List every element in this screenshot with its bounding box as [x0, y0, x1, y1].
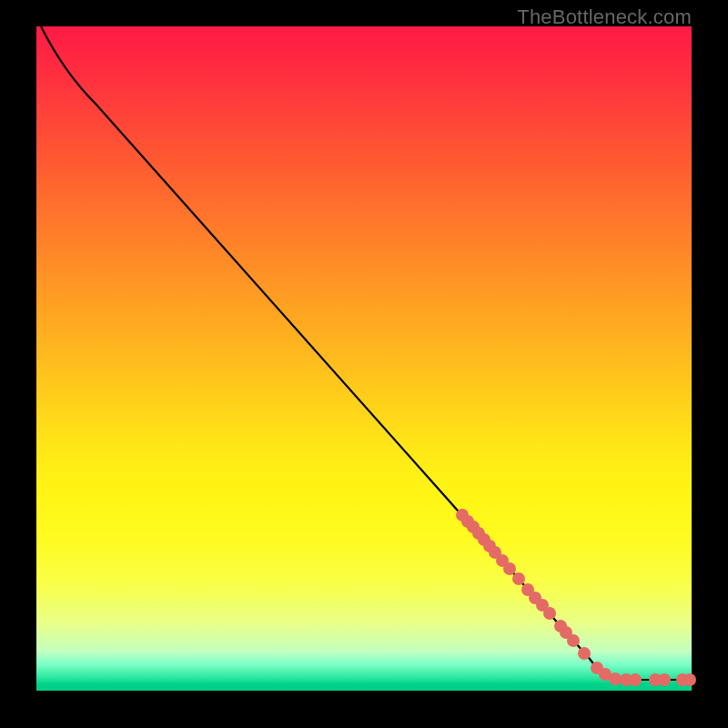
chart-frame: TheBottleneck.com	[0, 0, 728, 728]
curve-layer	[36, 26, 692, 691]
plot-area	[36, 26, 692, 691]
data-marker	[512, 572, 525, 585]
data-marker	[658, 673, 671, 686]
data-marker	[683, 673, 696, 686]
data-marker	[578, 647, 591, 660]
data-marker	[629, 673, 642, 686]
data-marker	[543, 607, 556, 620]
data-marker	[567, 634, 580, 647]
bottleneck-curve	[41, 26, 692, 680]
